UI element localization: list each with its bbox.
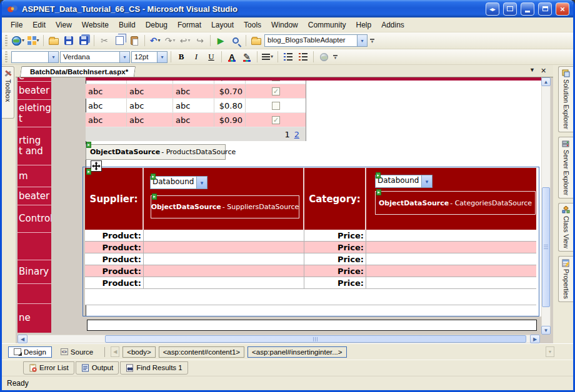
menu-layout[interactable]: Layout	[206, 19, 239, 31]
maximize-button[interactable]	[538, 2, 552, 16]
italic-button[interactable]: I	[189, 50, 203, 64]
product-input-cell[interactable]	[144, 242, 304, 253]
new-website-button[interactable]: ▾	[11, 34, 25, 47]
add-new-item-button[interactable]: ▾	[26, 34, 40, 47]
menu-addins[interactable]: Addins	[376, 19, 409, 31]
open-file-button[interactable]	[47, 34, 61, 47]
nav-item[interactable]: e	[18, 77, 51, 82]
smart-tag-icon[interactable]: ▸	[152, 194, 157, 200]
price-input-cell[interactable]	[366, 242, 534, 253]
menu-format[interactable]: Format	[172, 19, 206, 31]
table-adapter-combo[interactable]: blog_BlogsTableAdapter ▾	[264, 34, 368, 47]
design-vertical-scrollbar[interactable]: ▲ ▼	[541, 77, 551, 335]
block-format-combo[interactable]: ▾	[11, 51, 59, 63]
scroll-down-button[interactable]: ▼	[541, 326, 551, 335]
data-folder-button[interactable]	[249, 34, 263, 47]
categories-datasource-control[interactable]: ObjectDataSource - CategoriesDataSource	[375, 191, 536, 215]
move-handle[interactable]	[91, 160, 102, 172]
start-debug-button[interactable]: ▶	[214, 34, 228, 47]
paste-button[interactable]	[128, 34, 141, 47]
font-name-combo[interactable]: Verdana ▾	[60, 51, 130, 63]
highlight-button[interactable]: ✎	[240, 50, 254, 64]
align-button[interactable]: ▾	[261, 50, 274, 64]
hyperlink-button[interactable]	[317, 50, 331, 64]
font-color-button[interactable]: A	[225, 50, 239, 64]
row-checkbox[interactable]: ✓	[272, 87, 280, 96]
smart-tag-icon[interactable]: ▸	[86, 169, 91, 175]
nav-item[interactable]: ne	[18, 304, 51, 332]
font-size-combo[interactable]: 12pt ▾	[131, 51, 168, 63]
close-document-button[interactable]: ✕	[539, 67, 548, 75]
menu-help[interactable]: Help	[351, 19, 376, 31]
copy-button[interactable]	[112, 34, 126, 47]
suppliers-datasource-control[interactable]: ObjectDataSource - SuppliersDataSource	[151, 195, 299, 218]
combo-dropdown-icon[interactable]: ▾	[48, 52, 58, 62]
price-input-cell[interactable]	[366, 265, 534, 277]
scroll-up-button[interactable]: ▲	[541, 77, 551, 86]
categories-dropdownlist[interactable]: Databound ▾	[375, 175, 432, 188]
nav-item[interactable]	[18, 233, 51, 260]
price-input-cell[interactable]	[366, 277, 534, 288]
product-input-cell[interactable]	[144, 230, 304, 241]
numbered-list-button[interactable]	[296, 50, 310, 64]
bold-button[interactable]: B	[174, 50, 188, 64]
toolbar-overflow-button[interactable]: ▾	[332, 54, 339, 61]
navigate-forward-button[interactable]: ↪	[193, 34, 207, 47]
class-view-tab[interactable]: Class View	[558, 203, 573, 252]
toolbox-tab[interactable]: Toolbox	[2, 66, 14, 119]
navigate-back-button[interactable]: ↩▾	[178, 34, 192, 47]
nav-item[interactable]: rtingt and	[18, 127, 51, 165]
combo-dropdown-icon[interactable]: ▾	[157, 52, 167, 62]
redo-button[interactable]: ↷▾	[163, 34, 177, 47]
scroll-left-button[interactable]: ◀	[18, 335, 28, 343]
menu-community[interactable]: Community	[303, 19, 351, 31]
products-datasource-control[interactable]: ObjectDataSource - ProductsDataSource	[86, 144, 226, 160]
document-tab[interactable]: BatchData/BatchInsert.aspx*	[20, 66, 136, 77]
smart-tag-icon[interactable]: ▸	[376, 172, 381, 179]
row-checkbox[interactable]	[272, 102, 280, 110]
solution-explorer-tab[interactable]: Solution Explorer	[558, 66, 573, 132]
save-button[interactable]	[62, 34, 76, 47]
suppliers-dropdownlist[interactable]: Databound ▾	[150, 176, 208, 189]
menu-file[interactable]: File	[6, 19, 28, 31]
minimize-button[interactable]	[521, 2, 534, 16]
breadcrumb-body-tag[interactable]: <body>	[122, 346, 155, 358]
output-tab[interactable]: Output	[76, 361, 119, 375]
breadcrumb-panel-tag[interactable]: <asp:panel#insertinginter...>	[248, 346, 347, 358]
nav-item[interactable]: m	[18, 165, 51, 187]
price-input-cell[interactable]	[366, 230, 534, 241]
combo-dropdown-icon[interactable]: ▾	[119, 52, 129, 62]
nav-item[interactable]: Binary	[18, 260, 51, 284]
toolbar-grip[interactable]	[5, 35, 8, 46]
nav-item[interactable]: beater	[18, 82, 51, 100]
scroll-right-button[interactable]: ▶	[530, 335, 540, 343]
design-surface[interactable]: e beater eletingt rtingt and m beater Co…	[16, 77, 553, 343]
menu-view[interactable]: View	[51, 19, 77, 31]
find-results-tab[interactable]: Find Results 1	[120, 361, 188, 375]
view-in-browser-button[interactable]	[229, 34, 242, 47]
window-detach-button[interactable]	[503, 2, 517, 16]
window-arrows-button[interactable]: ◀▶	[486, 2, 499, 16]
viewbar-overflow-button[interactable]: ▾	[546, 346, 554, 357]
error-list-tab[interactable]: Error List	[23, 361, 74, 375]
design-horizontal-scrollbar[interactable]: ◀ ▶	[18, 335, 540, 343]
menu-build[interactable]: Build	[114, 19, 141, 31]
breadcrumb-content-tag[interactable]: <asp:content#content1>	[159, 346, 244, 358]
toolbar-overflow-button[interactable]: ▾	[369, 37, 376, 44]
tag-navigator-back-button[interactable]: ◀	[111, 346, 119, 357]
nav-item[interactable]: Control	[18, 205, 51, 233]
nav-item[interactable]	[18, 284, 51, 304]
properties-tab[interactable]: Properties	[558, 256, 573, 302]
underline-button[interactable]: U	[204, 50, 218, 64]
menu-debug[interactable]: Debug	[141, 19, 172, 31]
scrollbar-thumb[interactable]	[105, 335, 526, 343]
save-all-button[interactable]	[77, 34, 91, 47]
price-input-cell[interactable]	[366, 253, 534, 265]
product-input-cell[interactable]	[144, 277, 304, 288]
scrollbar-thumb[interactable]	[542, 187, 550, 307]
design-view-button[interactable]: Design	[8, 346, 52, 358]
row-checkbox[interactable]	[272, 81, 280, 81]
nav-item[interactable]: eletingt	[18, 100, 51, 127]
bullet-list-button[interactable]	[281, 50, 295, 64]
server-explorer-tab[interactable]: Server Explorer	[558, 137, 573, 198]
